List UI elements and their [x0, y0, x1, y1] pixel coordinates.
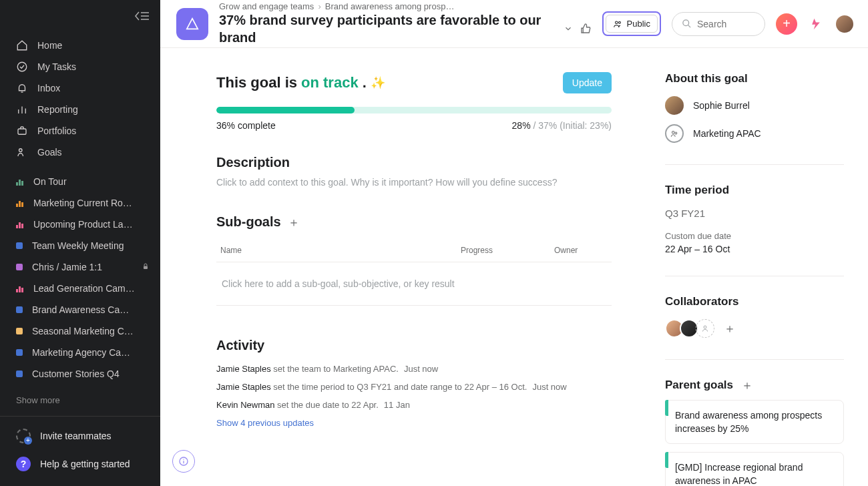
nav-label: Portfolios	[37, 125, 76, 137]
sidebar-project[interactable]: Upcoming Product La…	[0, 214, 160, 235]
crumb[interactable]: Grow and engage teams	[219, 1, 314, 11]
briefcase-icon	[16, 125, 28, 137]
privacy-highlight: Public	[602, 11, 661, 36]
sidebar-project[interactable]: Marketing Agency Ca…	[0, 342, 160, 363]
nav-my-tasks[interactable]: My Tasks	[0, 56, 160, 77]
parent-goal-card[interactable]: [GMD] Increase regional brand awareness …	[665, 452, 844, 486]
crumb[interactable]: Brand awareness among prosp…	[325, 1, 455, 11]
breadcrumb[interactable]: Grow and engage teams › Brand awareness …	[219, 1, 592, 11]
main: Grow and engage teams › Brand awareness …	[160, 0, 868, 486]
nav-label: My Tasks	[37, 61, 76, 73]
divider	[665, 276, 844, 276]
lock-icon	[142, 261, 150, 273]
upgrade-icon[interactable]	[808, 16, 824, 32]
show-more-projects[interactable]: Show more	[0, 390, 160, 411]
invite-teammates[interactable]: Invite teammates	[0, 422, 160, 450]
add-collaborator-slot[interactable]	[696, 319, 714, 338]
search-box[interactable]	[672, 12, 765, 36]
sidebar-project[interactable]: Team Weekly Meeting	[0, 235, 160, 256]
progress-complete: 36% complete	[216, 120, 276, 131]
parent-goal-card[interactable]: Brand awareness among prospects increase…	[665, 400, 844, 444]
nav-inbox[interactable]: Inbox	[0, 77, 160, 99]
activity-actor: Jamie Staples	[216, 364, 271, 374]
subgoal-placeholder[interactable]: Click here to add a sub-goal, sub-object…	[216, 262, 612, 306]
collapse-sidebar-icon[interactable]	[134, 10, 150, 22]
title-menu-chevron-icon[interactable]	[564, 24, 573, 33]
invite-label: Invite teammates	[40, 431, 112, 441]
project-dot-icon	[16, 306, 23, 313]
like-icon[interactable]	[580, 23, 592, 35]
sidebar-project[interactable]: Lead Generation Cam…	[0, 278, 160, 299]
progress-fill	[216, 107, 355, 113]
project-label: Marketing Agency Ca…	[32, 346, 150, 358]
svg-point-10	[672, 132, 675, 134]
sidebar-project[interactable]: Customer Stories Q4	[0, 363, 160, 385]
search-icon	[682, 19, 692, 29]
custom-due-date-value[interactable]: 22 Apr – 16 Oct	[665, 244, 844, 254]
help-getting-started[interactable]: ? Help & getting started	[0, 450, 160, 478]
sidebar-project[interactable]: Chris / Jamie 1:1	[0, 256, 160, 278]
sidebar-project[interactable]: Brand Awareness Ca…	[0, 299, 160, 320]
sidebar-project[interactable]: Marketing Current Ro…	[0, 192, 160, 214]
bell-icon	[16, 82, 28, 94]
project-dot-icon	[16, 328, 23, 334]
subgoals-table-header: Name Progress Owner	[216, 239, 612, 262]
project-dot-icon	[16, 264, 23, 270]
add-collaborator-icon[interactable]: ＋	[724, 320, 736, 336]
collaborators-heading: Collaborators	[665, 295, 844, 308]
project-label: Team Weekly Meeting	[32, 240, 150, 252]
nav-home[interactable]: Home	[0, 35, 160, 56]
project-label: On Tour	[33, 176, 150, 188]
project-label: Marketing Current Ro…	[33, 197, 150, 209]
col-name: Name	[220, 246, 461, 255]
help-label: Help & getting started	[40, 459, 130, 469]
sparkle-icon: ✨	[371, 75, 385, 90]
add-subgoal-icon[interactable]: ＋	[288, 216, 300, 228]
project-label: Chris / Jamie 1:1	[32, 261, 132, 273]
svg-rect-6	[144, 266, 148, 270]
custom-due-date-label: Custom due date	[665, 231, 844, 241]
collaborators-row: ＋	[665, 319, 844, 338]
user-avatar[interactable]	[835, 14, 855, 34]
subgoals-heading: Sub-goals	[216, 214, 281, 230]
about-heading: About this goal	[665, 72, 844, 85]
goal-owner-row[interactable]: Sophie Burrel	[665, 96, 844, 115]
info-fab-icon[interactable]	[172, 450, 195, 473]
nav-reporting[interactable]: Reporting	[0, 99, 160, 120]
nav-portfolios[interactable]: Portfolios	[0, 120, 160, 142]
goal-status: This goal is on track. ✨	[216, 74, 385, 91]
header: Grow and engage teams › Brand awareness …	[160, 0, 868, 48]
time-period-heading: Time period	[665, 184, 844, 197]
nav-goals[interactable]: Goals	[0, 142, 160, 163]
privacy-button[interactable]: Public	[606, 15, 658, 33]
details-pane: About this goal Sophie Burrel Marketing …	[660, 72, 868, 486]
show-previous-updates[interactable]: Show 4 previous updates	[216, 414, 612, 428]
svg-point-11	[675, 132, 677, 134]
divider	[0, 416, 160, 417]
search-input[interactable]	[697, 19, 750, 29]
team-name: Marketing APAC	[693, 128, 761, 139]
update-button[interactable]: Update	[563, 72, 612, 93]
sidebar-project[interactable]: On Tour	[0, 171, 160, 192]
activity-time: 11 Jan	[384, 400, 410, 410]
divider	[665, 359, 844, 360]
sidebar: Home My Tasks Inbox Reporting Portfolios…	[0, 0, 160, 486]
project-label: Upcoming Product La…	[33, 218, 150, 230]
global-add-button[interactable]: +	[776, 13, 797, 35]
page-title: 37% brand survey participants are favora…	[219, 11, 557, 46]
goal-team-row[interactable]: Marketing APAC	[665, 124, 844, 143]
progress-current: 28%	[512, 120, 531, 131]
team-icon	[665, 124, 684, 143]
parent-goal-title: Brand awareness among prospects increase…	[675, 410, 822, 434]
add-parent-goal-icon[interactable]: ＋	[741, 379, 753, 391]
parent-goal-title: [GMD] Increase regional brand awareness …	[675, 462, 803, 486]
progress-bar	[216, 107, 612, 113]
status-value: on track	[301, 74, 359, 91]
invite-icon	[16, 429, 31, 443]
time-period-value[interactable]: Q3 FY21	[665, 208, 844, 219]
sidebar-project[interactable]: Seasonal Marketing C…	[0, 320, 160, 342]
nav-label: Goals	[37, 146, 62, 158]
bar-chart-icon	[16, 103, 28, 115]
svg-point-15	[183, 459, 184, 459]
description-placeholder[interactable]: Click to add context to this goal. Why i…	[216, 177, 612, 188]
